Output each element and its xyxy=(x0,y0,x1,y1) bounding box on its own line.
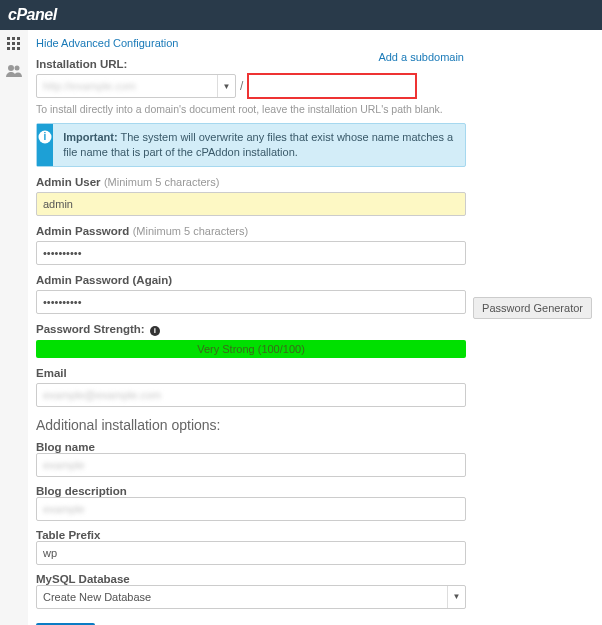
blog-desc-label: Blog description xyxy=(36,485,466,497)
blog-name-input[interactable]: example xyxy=(36,453,466,477)
callout-body: The system will overwrite any files that… xyxy=(63,131,453,158)
password-strength-bar: Very Strong (100/100) xyxy=(36,340,466,358)
password-generator-button[interactable]: Password Generator xyxy=(473,297,592,319)
admin-user-value: admin xyxy=(43,198,73,210)
blog-desc-input[interactable]: example xyxy=(36,497,466,521)
page-body: Hide Advanced Configuration Add a subdom… xyxy=(0,30,602,625)
slash-separator: / xyxy=(240,79,243,93)
domain-select-value: http://example.com xyxy=(43,80,136,92)
sidebar xyxy=(0,30,28,625)
info-icon: i xyxy=(37,124,53,166)
admin-password-hint: (Minimum 5 characters) xyxy=(133,225,249,237)
mysql-db-value: Create New Database xyxy=(43,591,151,603)
table-prefix-value: wp xyxy=(43,547,57,559)
mysql-db-select[interactable]: Create New Database ▼ xyxy=(36,585,466,609)
main-content: Hide Advanced Configuration Add a subdom… xyxy=(28,30,602,625)
admin-password-value: •••••••••• xyxy=(43,247,82,259)
install-path-input[interactable] xyxy=(247,73,417,99)
admin-password2-label: Admin Password (Again) xyxy=(36,274,172,286)
install-url-row: http://example.com ▼ / xyxy=(36,73,466,99)
help-icon[interactable]: i xyxy=(150,326,160,336)
grid-icon[interactable] xyxy=(6,36,22,52)
svg-rect-2 xyxy=(17,37,20,40)
svg-rect-6 xyxy=(7,47,10,50)
blog-desc-value: example xyxy=(43,503,85,515)
additional-options-title: Additional installation options: xyxy=(36,417,466,433)
mysql-db-label: MySQL Database xyxy=(36,573,466,585)
table-prefix-input[interactable]: wp xyxy=(36,541,466,565)
users-icon[interactable] xyxy=(5,64,23,78)
svg-rect-5 xyxy=(17,42,20,45)
add-subdomain-link[interactable]: Add a subdomain xyxy=(378,51,464,63)
svg-rect-7 xyxy=(12,47,15,50)
callout-message: Important: The system will overwrite any… xyxy=(53,124,465,166)
blog-name-label: Blog name xyxy=(36,441,466,453)
svg-point-10 xyxy=(15,66,20,71)
admin-password-label: Admin Password xyxy=(36,225,129,237)
admin-user-label: Admin User xyxy=(36,176,101,188)
svg-rect-1 xyxy=(12,37,15,40)
svg-rect-8 xyxy=(17,47,20,50)
admin-user-hint: (Minimum 5 characters) xyxy=(104,176,220,188)
hide-advanced-link[interactable]: Hide Advanced Configuration xyxy=(36,37,178,49)
email-value: example@example.com xyxy=(43,389,161,401)
callout-title: Important: xyxy=(63,131,117,143)
password-strength-label: Password Strength: xyxy=(36,323,145,335)
admin-password2-value: •••••••••• xyxy=(43,296,82,308)
admin-user-input[interactable]: admin xyxy=(36,192,466,216)
admin-password-input[interactable]: •••••••••• xyxy=(36,241,466,265)
table-prefix-label: Table Prefix xyxy=(36,529,466,541)
svg-point-9 xyxy=(8,65,14,71)
important-callout: i Important: The system will overwrite a… xyxy=(36,123,466,167)
domain-select[interactable]: http://example.com ▼ xyxy=(36,74,236,98)
chevron-down-icon: ▼ xyxy=(447,586,465,608)
top-bar: cPanel xyxy=(0,0,602,30)
cpanel-logo: cPanel xyxy=(8,6,57,24)
svg-rect-0 xyxy=(7,37,10,40)
admin-password2-input[interactable]: •••••••••• xyxy=(36,290,466,314)
svg-rect-4 xyxy=(12,42,15,45)
password-strength-value: Very Strong (100/100) xyxy=(197,343,305,355)
install-url-hint: To install directly into a domain's docu… xyxy=(36,103,466,115)
chevron-down-icon: ▼ xyxy=(217,75,235,97)
svg-rect-3 xyxy=(7,42,10,45)
blog-name-value: example xyxy=(43,459,85,471)
email-input[interactable]: example@example.com xyxy=(36,383,466,407)
svg-text:i: i xyxy=(44,131,47,142)
email-label: Email xyxy=(36,367,67,379)
